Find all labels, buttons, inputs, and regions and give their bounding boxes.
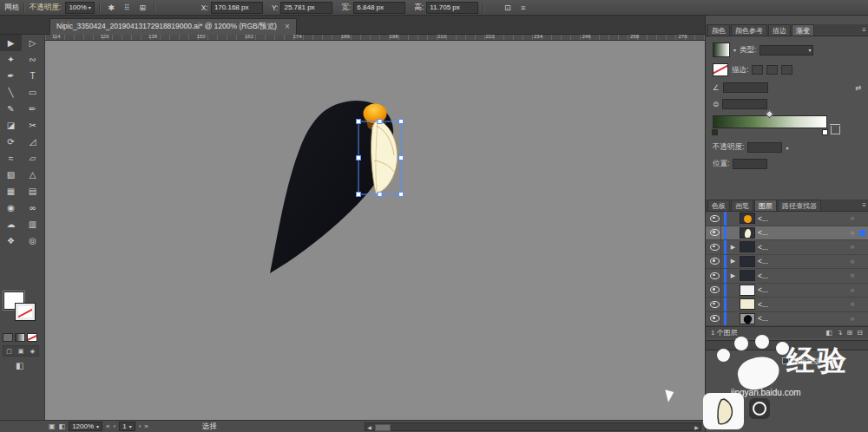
scrollbar-thumb[interactable] xyxy=(375,424,391,431)
gradient-swatch[interactable] xyxy=(713,43,730,57)
layer-row[interactable]: ▶<...○ xyxy=(706,269,868,284)
selection-handle[interactable] xyxy=(357,193,361,197)
chevron-down-icon[interactable]: ▾ xyxy=(129,423,132,429)
arrange-documents-icon[interactable]: ▣ xyxy=(49,422,56,430)
scale-tool[interactable]: ◿ xyxy=(22,134,43,150)
visibility-toggle[interactable] xyxy=(708,212,721,226)
draw-behind-icon[interactable]: ▣ xyxy=(15,346,26,356)
scroll-left-icon[interactable]: ◀ xyxy=(365,424,373,430)
visibility-toggle[interactable] xyxy=(708,284,721,298)
chevron-down-icon[interactable]: ▾ xyxy=(96,423,99,429)
stroke-within-icon[interactable] xyxy=(752,65,763,75)
color-button[interactable] xyxy=(3,333,13,342)
horizontal-scrollbar[interactable]: ◀ ▶ xyxy=(365,422,701,431)
pencil-tool[interactable]: ✏ xyxy=(22,101,43,117)
shape-builder-tool[interactable]: ▧ xyxy=(0,167,22,183)
direct-selection-tool[interactable]: ▷ xyxy=(22,35,43,51)
target-icon[interactable]: ○ xyxy=(848,300,857,308)
gradient-tool[interactable]: ▤ xyxy=(22,183,43,200)
x-field[interactable]: 170.168 px xyxy=(211,2,263,14)
reverse-gradient-icon[interactable]: ⇄ xyxy=(855,83,861,92)
document-setup-icon[interactable]: ◧ xyxy=(59,422,66,430)
scroll-right-icon[interactable]: ▶ xyxy=(693,424,700,430)
target-icon[interactable]: ○ xyxy=(848,286,857,294)
visibility-toggle[interactable] xyxy=(708,298,721,311)
rectangle-tool[interactable]: ▭ xyxy=(22,84,43,101)
stroke-along-icon[interactable] xyxy=(766,65,778,75)
selection-handle[interactable] xyxy=(357,156,361,160)
close-tab-icon[interactable]: × xyxy=(285,23,290,31)
visibility-toggle[interactable] xyxy=(708,255,721,269)
last-artboard-icon[interactable]: » xyxy=(144,422,148,430)
tab-brushes[interactable]: 画笔 xyxy=(731,200,753,211)
style-icon[interactable]: ✱ xyxy=(105,3,118,12)
none-button[interactable] xyxy=(27,333,37,342)
screen-mode-icon[interactable]: ◧ xyxy=(16,361,23,370)
hand-tool[interactable]: ❖ xyxy=(0,232,22,249)
gradient-type-select[interactable]: ▾ xyxy=(760,45,813,56)
delete-layer-icon[interactable]: ⊟ xyxy=(857,329,863,337)
tab-gradient[interactable]: 渐变 xyxy=(792,24,814,36)
tab-layers[interactable]: 图层 xyxy=(754,200,777,211)
visibility-toggle[interactable] xyxy=(708,269,721,283)
stop-opacity-input[interactable] xyxy=(747,142,782,153)
target-icon[interactable]: ○ xyxy=(848,214,857,222)
y-field[interactable]: 25.781 px xyxy=(280,2,332,14)
gradient-stop-right[interactable] xyxy=(822,129,828,135)
type-tool[interactable]: T xyxy=(22,68,43,84)
selection-handle[interactable] xyxy=(399,193,404,197)
artboard-select[interactable]: 1 ▾ xyxy=(119,422,135,431)
layer-row[interactable]: <...○ xyxy=(706,212,868,226)
tab-color-guide[interactable]: 颜色参考 xyxy=(731,24,767,36)
chevron-down-icon[interactable]: ▾ xyxy=(808,47,811,53)
stroke-across-icon[interactable] xyxy=(781,65,792,75)
expand-icon[interactable]: ▶ xyxy=(729,244,737,251)
layer-row[interactable]: <...○ xyxy=(706,298,868,312)
new-layer-icon[interactable]: ⊞ xyxy=(847,329,853,337)
tab-color[interactable]: 颜色 xyxy=(707,24,730,36)
angle-input[interactable] xyxy=(723,82,768,93)
tab-swatches[interactable]: 色板 xyxy=(707,200,730,211)
aspect-ratio-input[interactable] xyxy=(722,99,767,109)
horizontal-ruler[interactable]: 1141261381501621741861982102222342462582… xyxy=(45,35,705,41)
layer-row[interactable]: <...○ xyxy=(706,226,868,241)
target-icon[interactable]: ○ xyxy=(848,229,857,237)
create-sublayer-icon[interactable]: ↴ xyxy=(837,329,843,337)
layer-row[interactable]: <...○ xyxy=(706,284,868,298)
tab-stroke[interactable]: 描边 xyxy=(768,24,791,36)
layer-row[interactable]: ▶<...○ xyxy=(706,255,868,270)
prev-artboard-icon[interactable]: ‹ xyxy=(114,422,116,430)
delete-stop-icon[interactable] xyxy=(831,123,840,134)
chevron-down-icon[interactable]: ▾ xyxy=(733,47,736,53)
reference-point-icon[interactable]: ⠿ xyxy=(121,3,134,12)
stroke-swatch[interactable] xyxy=(16,304,35,320)
height-field[interactable]: 11.705 px xyxy=(426,2,478,14)
target-icon[interactable]: ○ xyxy=(848,272,857,279)
pen-tool[interactable]: ✒ xyxy=(0,68,22,84)
stop-position-input[interactable] xyxy=(733,159,767,169)
line-segment-tool[interactable]: ╲ xyxy=(0,84,22,101)
bird-head-shape[interactable] xyxy=(364,104,387,124)
gradient-stop-left[interactable] xyxy=(712,129,718,135)
selection-handle[interactable] xyxy=(378,120,382,124)
paintbrush-tool[interactable]: ✎ xyxy=(0,101,22,117)
visibility-toggle[interactable] xyxy=(708,240,721,254)
selection-handle[interactable] xyxy=(399,120,404,124)
gradient-button[interactable] xyxy=(15,333,25,342)
invert-mask-checkbox[interactable] xyxy=(782,357,789,364)
blend-tool[interactable]: ∞ xyxy=(22,200,43,216)
document-tab[interactable]: Nipic_3350424_20190413172918819000.ai* @… xyxy=(49,18,297,35)
target-icon[interactable]: ○ xyxy=(848,258,857,265)
width-field[interactable]: 6.848 px xyxy=(353,2,405,14)
selection-handle[interactable] xyxy=(378,193,382,197)
target-icon[interactable]: ○ xyxy=(848,243,857,251)
layer-row[interactable]: <...○ xyxy=(706,312,868,327)
transform-icon[interactable]: ⊡ xyxy=(501,3,514,12)
visibility-toggle[interactable] xyxy=(708,226,721,240)
make-clipping-mask-icon[interactable]: ◧ xyxy=(825,329,832,337)
next-artboard-icon[interactable]: › xyxy=(139,422,141,430)
zoom-select[interactable]: 1200% ▾ xyxy=(69,422,102,431)
panel-menu-icon[interactable]: ≡ xyxy=(862,201,866,211)
mesh-tool[interactable]: ▦ xyxy=(0,183,22,200)
chevron-down-icon[interactable]: ▾ xyxy=(786,145,788,151)
